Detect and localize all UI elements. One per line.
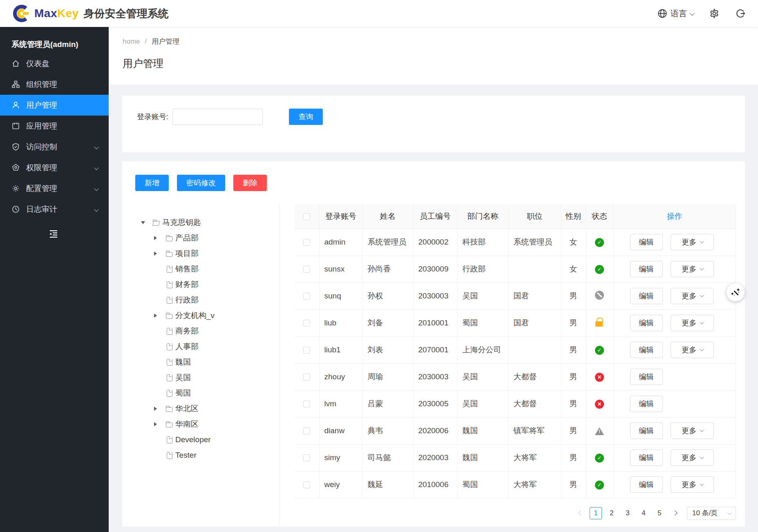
edit-button[interactable]: 编辑	[630, 342, 663, 358]
edit-button[interactable]: 编辑	[630, 396, 663, 412]
tree-item[interactable]: 华南区	[141, 416, 275, 432]
row-checkbox[interactable]	[303, 320, 310, 327]
sidebar-item-dashboard[interactable]: 仪表盘	[0, 53, 109, 74]
caret-right-icon[interactable]	[154, 422, 165, 426]
sidebar-item-permissions[interactable]: 权限管理	[0, 157, 109, 178]
cell-account: dianw	[319, 417, 362, 444]
row-checkbox[interactable]	[303, 454, 310, 461]
query-button[interactable]: 查询	[289, 109, 323, 125]
sidebar-item-audit-log[interactable]: 日志审计	[0, 199, 109, 220]
row-checkbox[interactable]	[303, 239, 310, 246]
tree-item[interactable]: Developer	[141, 432, 275, 447]
sidebar-item-organizations[interactable]: 组织管理	[0, 74, 109, 95]
tree-item[interactable]: 行政部	[141, 292, 275, 308]
row-checkbox[interactable]	[303, 374, 310, 381]
users-card: 新增 密码修改 删除 马克思钥匙 产品部 项目部 销售部 财务部 行政部 分支机…	[122, 161, 745, 527]
tree-item[interactable]: 销售部	[141, 261, 275, 277]
cell-gender: 男	[561, 471, 586, 498]
cell-name: 孙权	[362, 283, 413, 309]
change-password-button[interactable]: 密码修改	[177, 175, 225, 191]
cell-employee-id: 2010006	[413, 471, 457, 498]
breadcrumb-home-link[interactable]: home	[123, 38, 140, 46]
add-button[interactable]: 新增	[135, 175, 169, 191]
tree-item[interactable]: 财务部	[141, 277, 275, 292]
cell-gender: 男	[561, 309, 586, 336]
cell-position: 大都督	[508, 363, 561, 390]
chevron-down-icon	[700, 347, 704, 351]
table-row: sunsx 孙尚香 2030009 行政部 女 编辑 更多	[295, 256, 736, 283]
page-button-2[interactable]: 2	[606, 507, 618, 519]
edit-button[interactable]: 编辑	[630, 288, 663, 304]
language-menu[interactable]: 语言	[657, 8, 693, 19]
row-checkbox[interactable]	[303, 401, 310, 407]
prev-page-button[interactable]	[575, 507, 586, 519]
logout-icon-button[interactable]	[735, 8, 746, 19]
tree-item[interactable]: 魏国	[141, 354, 275, 370]
account-search-input[interactable]	[172, 109, 263, 125]
tree-item-label: 蜀国	[175, 388, 191, 398]
settings-icon-button[interactable]	[709, 8, 720, 19]
menu-fold-icon[interactable]	[48, 229, 59, 239]
tree-item-label: 产品部	[175, 233, 199, 243]
cell-name: 典韦	[362, 417, 413, 444]
more-button[interactable]: 更多	[671, 234, 714, 250]
tree-item[interactable]: 产品部	[141, 230, 275, 246]
edit-button[interactable]: 编辑	[630, 369, 663, 385]
sidebar-item-access-control[interactable]: 访问控制	[0, 136, 109, 157]
tree-item-label: 马克思钥匙	[162, 217, 201, 228]
caret-right-icon[interactable]	[154, 314, 165, 318]
page-button-3[interactable]: 3	[622, 507, 634, 519]
sidebar-item-applications[interactable]: 应用管理	[0, 116, 109, 136]
table-row: weiy 魏延 2010006 蜀国 大将军 男 编辑 更多	[295, 471, 736, 498]
edit-button[interactable]: 编辑	[630, 450, 663, 466]
more-button[interactable]: 更多	[671, 288, 714, 304]
more-button[interactable]: 更多	[671, 315, 714, 331]
cell-position: 国君	[508, 283, 561, 309]
row-checkbox[interactable]	[303, 427, 310, 434]
more-button[interactable]: 更多	[671, 342, 714, 358]
more-button[interactable]: 更多	[671, 450, 714, 466]
tree-item[interactable]: 马克思钥匙	[141, 215, 275, 230]
page-size-select[interactable]: 10 条/页	[687, 507, 736, 520]
caret-right-icon[interactable]	[154, 252, 165, 256]
edit-button[interactable]: 编辑	[630, 476, 663, 493]
tree-item[interactable]: 吴国	[141, 370, 275, 385]
edit-button[interactable]: 编辑	[630, 423, 663, 439]
page-button-5[interactable]: 5	[653, 507, 666, 519]
caret-right-icon[interactable]	[154, 407, 165, 411]
folder-icon	[165, 405, 174, 412]
caret-right-icon[interactable]	[154, 236, 165, 240]
row-checkbox[interactable]	[303, 347, 310, 354]
cell-employee-id: 2020006	[413, 417, 457, 444]
more-button[interactable]: 更多	[671, 423, 714, 439]
sidebar-item-configuration[interactable]: 配置管理	[0, 178, 109, 199]
tree-item[interactable]: 商务部	[141, 323, 275, 339]
page-button-1[interactable]: 1	[590, 507, 602, 519]
file-icon	[165, 436, 174, 443]
row-checkbox[interactable]	[303, 293, 310, 300]
file-icon	[165, 265, 174, 273]
row-checkbox[interactable]	[303, 266, 310, 273]
tree-item[interactable]: 人事部	[141, 339, 275, 354]
breadcrumb-current: 用户管理	[152, 37, 179, 46]
more-button[interactable]: 更多	[671, 476, 714, 493]
edit-button[interactable]: 编辑	[630, 315, 663, 331]
delete-button[interactable]: 删除	[233, 175, 267, 191]
tree-item[interactable]: Tester	[141, 447, 275, 463]
next-page-button[interactable]	[669, 507, 680, 519]
tree-item[interactable]: 蜀国	[141, 385, 275, 401]
tree-item[interactable]: 分支机构_v	[141, 308, 275, 323]
cell-employee-id: 2020003	[413, 444, 457, 471]
select-all-checkbox[interactable]	[303, 213, 310, 220]
tree-item[interactable]: 华北区	[141, 401, 275, 416]
row-checkbox[interactable]	[303, 481, 310, 488]
caret-down-icon[interactable]	[141, 221, 152, 224]
tree-item[interactable]: 项目部	[141, 246, 275, 261]
assist-wand-button[interactable]	[727, 283, 745, 301]
more-button[interactable]: 更多	[671, 261, 714, 277]
edit-button[interactable]: 编辑	[630, 261, 663, 277]
page-button-4[interactable]: 4	[637, 507, 650, 519]
sidebar-item-users[interactable]: 用户管理	[0, 95, 109, 116]
edit-button[interactable]: 编辑	[630, 234, 663, 250]
cell-department: 蜀国	[457, 471, 508, 498]
